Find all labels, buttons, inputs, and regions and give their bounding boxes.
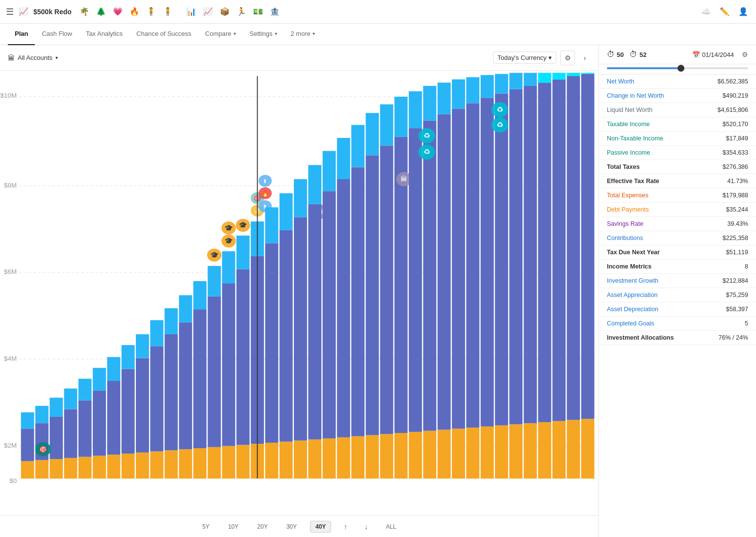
tab-cashflow[interactable]: Cash Flow: [35, 24, 78, 45]
svg-rect-154: [552, 421, 566, 479]
hamburger-menu[interactable]: ☰: [6, 6, 14, 17]
svg-text:🎓: 🎓: [224, 224, 234, 232]
tab-settings[interactable]: Settings▾: [243, 24, 284, 45]
svg-rect-38: [136, 334, 149, 358]
svg-rect-130: [452, 108, 465, 429]
asset-depreciation-label[interactable]: Asset Depreciation: [607, 306, 658, 313]
time-40y[interactable]: 40Y: [310, 521, 331, 533]
metric-row-investment-allocations: Investment Allocations 76% / 24%: [599, 331, 756, 345]
chart-area: 🏛 All Accounts ▾ Today's Currency ▾ ⚙ › …: [0, 45, 599, 537]
svg-rect-23: [64, 388, 78, 409]
time-all[interactable]: ALL: [380, 521, 401, 533]
person2-icon[interactable]: 🧍: [161, 5, 175, 19]
age1-icon: ⏱: [607, 50, 615, 59]
filter-button[interactable]: ⚙: [560, 51, 575, 65]
metric-row-completed-goals: Completed Goals 5: [599, 317, 756, 331]
net-worth-label[interactable]: Net Worth: [607, 78, 634, 85]
liquid-net-worth-value: $4,615,806: [717, 107, 748, 113]
down-arrow-button[interactable]: ↓: [360, 520, 372, 533]
svg-text:♻: ♻: [496, 106, 503, 113]
tree-icon[interactable]: 🌲: [94, 5, 108, 19]
svg-rect-131: [452, 80, 465, 109]
palm-tree-icon[interactable]: 🌴: [78, 5, 91, 19]
contributions-label[interactable]: Contributions: [607, 235, 643, 242]
debt-payments-label[interactable]: Debt Payments: [607, 206, 649, 213]
up-arrow-button[interactable]: ↑: [339, 520, 352, 533]
income-metrics-label: Income Metrics: [607, 263, 652, 270]
svg-rect-129: [452, 429, 465, 479]
tab-tax-analytics[interactable]: Tax Analytics: [79, 24, 130, 45]
total-expenses-label[interactable]: Total Expenses: [607, 192, 649, 199]
svg-rect-155: [552, 80, 566, 421]
timeline-slider-thumb[interactable]: [678, 65, 684, 72]
filter-icon: ⚙: [565, 54, 571, 62]
metric-row-income-metrics: Income Metrics 8: [599, 260, 756, 274]
age2-value: 52: [639, 51, 646, 58]
svg-rect-151: [538, 422, 551, 479]
svg-rect-85: [280, 442, 293, 479]
svg-rect-64: [236, 269, 250, 445]
user-icon[interactable]: 👤: [736, 5, 750, 19]
svg-rect-27: [93, 456, 106, 478]
metric-row-asset-depreciation: Asset Depreciation $58,397: [599, 302, 756, 317]
change-net-worth-label[interactable]: Change in Net Worth: [607, 92, 664, 99]
investment-growth-label[interactable]: Investment Growth: [607, 277, 658, 284]
non-taxable-income-label[interactable]: Non-Taxable Income: [607, 135, 663, 142]
savings-rate-label[interactable]: Savings Rate: [607, 220, 643, 227]
tab-compare[interactable]: Compare▾: [198, 24, 242, 45]
cloud-icon[interactable]: ☁️: [699, 5, 713, 19]
tab-more[interactable]: 2 more▾: [284, 24, 322, 45]
svg-rect-12: [21, 461, 34, 479]
svg-rect-110: [380, 105, 393, 146]
svg-rect-86: [280, 230, 293, 442]
svg-rect-56: [222, 446, 235, 479]
tab-chance-success[interactable]: Chance of Success: [130, 24, 198, 45]
metric-row-contributions: Contributions $225,358: [599, 231, 756, 245]
settings-gear-icon[interactable]: ⚙: [742, 51, 748, 58]
time-20y[interactable]: 20Y: [252, 521, 273, 533]
svg-rect-15: [35, 460, 49, 479]
chart2-icon[interactable]: 📈: [201, 5, 215, 19]
heart-icon[interactable]: 💗: [111, 5, 125, 19]
svg-rect-100: [337, 179, 350, 437]
bank-icon[interactable]: 🏦: [268, 5, 282, 19]
metric-row-total-expenses: Total Expenses $179,988: [599, 188, 756, 203]
chart1-icon[interactable]: 📊: [184, 5, 198, 19]
svg-rect-101: [337, 138, 350, 179]
timeline-slider-track: [607, 67, 748, 69]
time-30y[interactable]: 30Y: [281, 521, 302, 533]
fire-icon[interactable]: 🔥: [128, 5, 141, 19]
currency-button[interactable]: Today's Currency ▾: [493, 52, 556, 64]
liquid-net-worth-label[interactable]: Liquid Net Worth: [607, 107, 652, 113]
edit-icon[interactable]: ✏️: [718, 5, 731, 19]
metric-row-change-net-worth: Change in Net Worth $490,219: [599, 89, 756, 103]
accounts-dropdown[interactable]: 🏛 All Accounts ▾: [8, 54, 58, 62]
box-icon[interactable]: 📦: [218, 5, 232, 19]
toolbar-left: ☰ 📈 $500k Redo: [6, 6, 72, 17]
svg-text:🎯: 🎯: [39, 445, 48, 453]
figure-icon[interactable]: 🏃: [235, 5, 248, 19]
metric-row-taxable-income: Taxable Income $520,170: [599, 117, 756, 132]
time-5y[interactable]: 5Y: [197, 521, 215, 533]
svg-rect-34: [122, 369, 135, 454]
svg-text:🎓: 🎓: [238, 221, 248, 229]
completed-goals-label[interactable]: Completed Goals: [607, 320, 654, 327]
nav-forward-button[interactable]: ›: [579, 52, 591, 64]
investment-allocations-label: Investment Allocations: [607, 334, 674, 341]
taxable-income-label[interactable]: Taxable Income: [607, 121, 650, 128]
svg-rect-63: [236, 445, 250, 479]
passive-income-label[interactable]: Passive Income: [607, 149, 650, 156]
svg-rect-32: [107, 357, 120, 381]
svg-rect-82: [265, 443, 278, 479]
tab-plan[interactable]: Plan: [8, 24, 35, 45]
person-icon[interactable]: 🧍: [144, 5, 158, 19]
svg-rect-84: [265, 207, 278, 243]
svg-rect-107: [365, 113, 379, 155]
time-10y[interactable]: 10Y: [223, 521, 244, 533]
svg-rect-39: [150, 452, 163, 479]
dollar-icon[interactable]: 💵: [251, 5, 265, 19]
svg-rect-158: [567, 76, 580, 420]
asset-appreciation-label[interactable]: Asset Appreciation: [607, 292, 658, 298]
svg-rect-53: [208, 266, 221, 296]
svg-rect-90: [294, 179, 307, 217]
